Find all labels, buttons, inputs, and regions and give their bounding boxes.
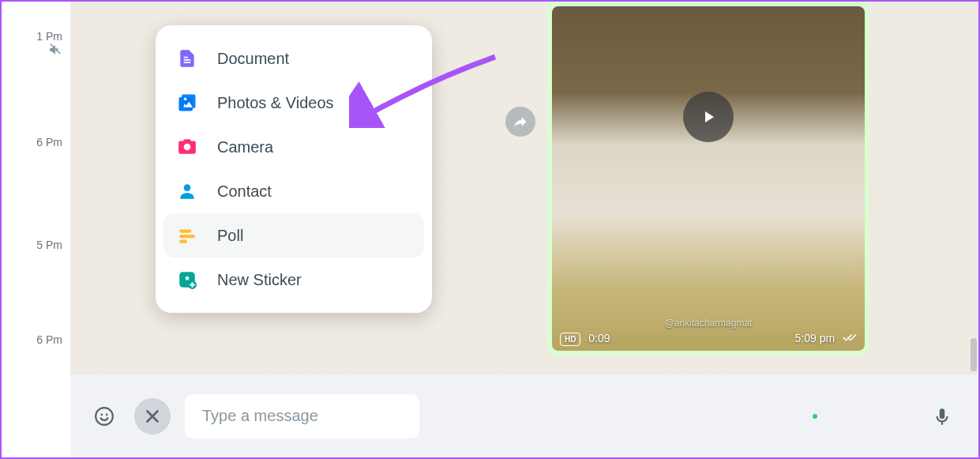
chat-list-sidebar: 1 Pm 6 Pm 5 Pm 6 Pm [2,2,71,376]
menu-label: Contact [217,182,272,201]
scrollbar-thumb[interactable] [971,338,977,371]
hd-badge: HD [560,333,580,346]
forward-icon [513,114,528,130]
video-meta-right: 5:09 pm [795,332,857,344]
emoji-button[interactable] [88,401,120,432]
svg-point-12 [106,413,108,416]
svg-rect-7 [179,239,187,243]
svg-rect-5 [179,229,191,232]
read-ticks-icon [843,333,857,342]
video-duration: 0:09 [588,332,610,344]
voice-message-button[interactable] [926,401,958,432]
svg-point-10 [96,408,113,425]
video-footer: HD 0:09 5:09 pm [560,332,857,344]
attach-new-sticker[interactable]: New Sticker [163,258,424,302]
message-time: 5:09 pm [795,332,835,344]
svg-point-11 [100,413,103,416]
menu-label: Document [217,50,289,68]
typing-indicator-dot [813,414,817,419]
svg-point-3 [184,144,191,151]
svg-point-4 [184,184,191,191]
emoji-icon [94,406,115,427]
attach-contact[interactable]: Contact [163,169,424,213]
video-thumbnail[interactable]: @ankitacharmagmat HD 0:09 5:09 pm [552,6,865,351]
attach-button[interactable] [134,398,171,435]
play-button[interactable] [683,92,734,142]
composer [71,374,978,457]
video-meta-left: HD 0:09 [560,332,610,344]
chat-time: 1 Pm [36,30,62,43]
attach-photos-videos[interactable]: Photos & Videos [163,81,424,125]
chat-time: 5 Pm [36,239,62,251]
chat-list-item[interactable]: 6 Pm [36,136,62,149]
attachment-menu: Document Photos & Videos Camera Contact … [156,25,432,313]
attach-camera[interactable]: Camera [163,125,424,169]
contact-icon [176,180,198,202]
attach-document[interactable]: Document [163,36,424,81]
microphone-icon [932,406,952,427]
document-icon [176,47,198,70]
photos-videos-icon [176,92,198,114]
play-icon [699,107,718,126]
camera-icon [176,136,198,158]
menu-label: Photos & Videos [217,94,334,112]
menu-label: New Sticker [217,271,302,289]
chat-list-item[interactable]: 1 Pm [36,30,62,59]
muted-icon [48,43,62,57]
message-input[interactable] [185,394,419,438]
svg-rect-6 [179,235,195,238]
new-sticker-icon [176,269,198,291]
close-icon [142,406,163,427]
chat-time: 6 Pm [36,136,62,149]
menu-label: Poll [217,227,243,245]
poll-icon [176,224,198,246]
video-handle-overlay: @ankitacharmagmat [665,318,753,329]
chat-list-item[interactable]: 5 Pm [36,239,62,251]
forward-button[interactable] [505,107,535,137]
attach-poll[interactable]: Poll [163,213,424,258]
outgoing-video-message[interactable]: @ankitacharmagmat HD 0:09 5:09 pm [547,2,869,356]
menu-label: Camera [217,138,273,156]
svg-point-2 [184,98,187,101]
chat-time: 6 Pm [36,333,62,346]
chat-list-item[interactable]: 6 Pm [36,333,62,346]
